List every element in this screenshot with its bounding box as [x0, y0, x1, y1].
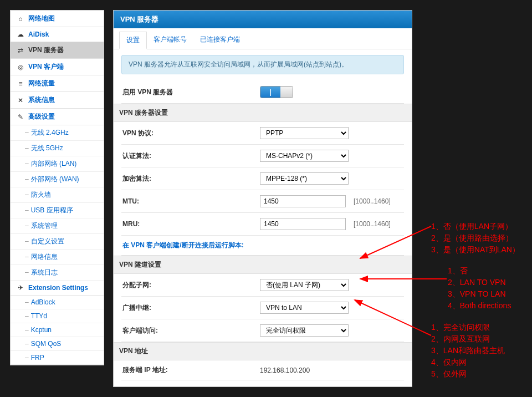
sidebar-item[interactable]: ✎高级设置: [11, 109, 104, 125]
annotation-client: 1、完全访问权限2、内网及互联网3、LAN和路由器主机4、仅内网5、仅外网: [431, 322, 505, 380]
sidebar-item-label: VPN 服务器: [28, 45, 64, 55]
sidebar-sub-item[interactable]: –外部网络 (WAN): [11, 172, 104, 187]
sidebar-item-label: Extension Settings: [28, 284, 88, 292]
sidebar-sub-item[interactable]: –USB 应用程序: [11, 203, 104, 218]
section-tunnel: VPN 隧道设置: [114, 256, 412, 274]
sidebar-item-label: 高级设置: [28, 112, 55, 121]
sidebar-sub-item[interactable]: –网络信息: [11, 250, 104, 265]
plane-icon: ✈: [16, 284, 25, 292]
tab-settings[interactable]: 设置: [119, 32, 147, 49]
dash-icon: –: [25, 206, 29, 214]
dash-icon: –: [25, 222, 29, 230]
sidebar-sub-item[interactable]: –TTYd: [11, 309, 104, 323]
sidebar-sub-item[interactable]: –无线 5GHz: [11, 141, 104, 156]
sidebar-item-extension[interactable]: ✈ Extension Settings: [11, 281, 104, 296]
sidebar-item-label: VPN 客户端: [28, 62, 64, 72]
tabs: 设置 客户端帐号 已连接客户端: [114, 28, 412, 49]
subnet-select[interactable]: 否(使用 LAN 子网): [260, 279, 349, 291]
mtu-input[interactable]: [260, 195, 346, 207]
sidebar-item[interactable]: ≡网络流量: [11, 75, 104, 92]
sidebar-sub-item[interactable]: –系统日志: [11, 265, 104, 281]
section-server-settings: VPN 服务器设置: [114, 104, 412, 122]
dash-icon: –: [25, 298, 29, 306]
nav-icon: ≡: [16, 80, 25, 88]
sidebar-item[interactable]: ✕系统信息: [11, 92, 104, 109]
nav-icon: ✕: [16, 96, 25, 104]
sidebar-item[interactable]: ⌂网络地图: [11, 11, 104, 27]
relay-select[interactable]: VPN to LAN: [260, 302, 349, 314]
annotation-subnet: 1、否（使用LAN子网）2、是（使用路由选择）3、是（使用NAT到LAN）: [431, 221, 520, 256]
panel-title: VPN 服务器: [114, 11, 412, 28]
tab-accounts[interactable]: 客户端帐号: [147, 32, 193, 49]
dash-icon: –: [25, 354, 29, 362]
sidebar-item-label: 系统信息: [28, 95, 55, 105]
sidebar-item-label: 网络流量: [28, 79, 55, 88]
label-enable: 启用 VPN 服务器: [121, 88, 260, 97]
section-addr: VPN 地址: [114, 342, 412, 360]
label-client: 客户端访问:: [121, 326, 260, 335]
label-relay: 广播中继:: [121, 303, 260, 313]
sidebar-sub-item[interactable]: –SQM QoS: [11, 337, 104, 351]
dash-icon: –: [25, 175, 29, 183]
lan-range: 192.168.100.101 ~ 192.168.100.120: [260, 386, 367, 388]
sidebar-item[interactable]: ☁AiDisk: [11, 27, 104, 42]
nav-icon: ✎: [16, 113, 25, 121]
label-lanrange: 内网 IP 范围:: [121, 385, 260, 387]
content-panel: VPN 服务器 设置 客户端帐号 已连接客户端 VPN 服务器允许从互联网安全访…: [113, 10, 412, 387]
enc-select[interactable]: MPPE-128 (*): [260, 172, 349, 185]
dash-icon: –: [25, 340, 29, 348]
nav-icon: ⌂: [16, 15, 25, 23]
sidebar: ⌂网络地图☁AiDisk⇄VPN 服务器◎VPN 客户端≡网络流量✕系统信息✎高…: [10, 10, 104, 365]
server-ip: 192.168.100.200: [260, 367, 310, 374]
sidebar-sub-item[interactable]: –AdBlock: [11, 296, 104, 309]
client-select[interactable]: 完全访问权限: [260, 324, 349, 337]
dash-icon: –: [25, 312, 29, 320]
mtu-hint: [1000..1460]: [354, 197, 391, 205]
label-mru: MRU:: [121, 220, 260, 228]
sidebar-item-label: 网络地图: [28, 14, 55, 23]
mru-hint: [1000..1460]: [354, 220, 391, 228]
dash-icon: –: [25, 160, 29, 167]
dash-icon: –: [25, 253, 29, 261]
label-srvip: 服务端 IP 地址:: [121, 365, 260, 375]
nav-icon: ◎: [16, 63, 25, 71]
annotation-relay: 1、否2、LAN TO VPN3、VPN TO LAN4、Both direct…: [448, 265, 511, 312]
sidebar-sub-item[interactable]: –系统管理: [11, 218, 104, 234]
protocol-select[interactable]: PPTP: [260, 127, 349, 139]
label-subnet: 分配子网:: [121, 281, 260, 290]
toggle-on: |: [260, 86, 280, 98]
sidebar-sub-item[interactable]: –FRP: [11, 351, 104, 365]
nav-icon: ⇄: [16, 47, 25, 54]
info-banner: VPN 服务器允许从互联网安全访问局域网，从而扩展局域网(站点到站点)。: [121, 55, 404, 74]
toggle-off: [280, 86, 293, 98]
sidebar-sub-item[interactable]: –防火墙: [11, 187, 104, 203]
label-mtu: MTU:: [121, 197, 260, 205]
sidebar-sub-item[interactable]: –内部网络 (LAN): [11, 156, 104, 172]
nav-icon: ☁: [16, 30, 25, 38]
mru-input[interactable]: [260, 218, 346, 230]
dash-icon: –: [25, 129, 29, 136]
sidebar-item[interactable]: ◎VPN 客户端: [11, 59, 104, 75]
sidebar-item[interactable]: ⇄VPN 服务器: [11, 42, 104, 59]
sidebar-sub-item[interactable]: –Kcptun: [11, 323, 104, 337]
dash-icon: –: [25, 191, 29, 198]
auth-select[interactable]: MS-CHAPv2 (*): [260, 150, 349, 162]
label-protocol: VPN 协议:: [121, 129, 260, 138]
enable-toggle[interactable]: |: [260, 86, 293, 98]
script-link[interactable]: 在 VPN 客户端创建/断开连接后运行脚本:: [121, 241, 244, 250]
dash-icon: –: [25, 144, 29, 152]
sidebar-sub-item[interactable]: –自定义设置: [11, 234, 104, 250]
label-auth: 认证算法:: [121, 151, 260, 161]
tab-connected[interactable]: 已连接客户端: [193, 32, 247, 49]
dash-icon: –: [25, 326, 29, 334]
sidebar-item-label: AiDisk: [28, 30, 49, 38]
dash-icon: –: [25, 237, 29, 245]
sidebar-sub-item[interactable]: –无线 2.4GHz: [11, 125, 104, 141]
label-enc: 加密算法:: [121, 174, 260, 184]
dash-icon: –: [25, 268, 29, 276]
